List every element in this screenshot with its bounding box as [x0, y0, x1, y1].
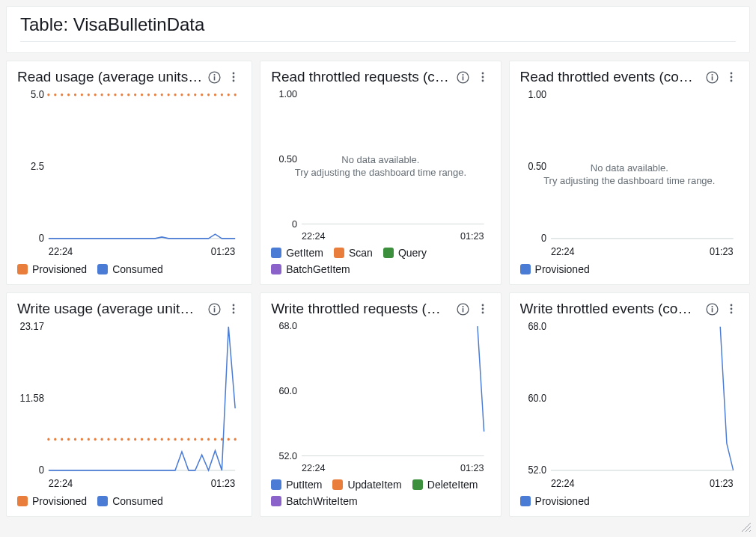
svg-point-78	[54, 438, 56, 441]
svg-text:0: 0	[39, 464, 44, 476]
svg-point-37	[214, 93, 216, 96]
resize-handle-icon[interactable]	[741, 522, 752, 523]
legend-item[interactable]: Consumed	[97, 263, 163, 275]
legend-label: Provisioned	[32, 263, 87, 275]
svg-text:01:23: 01:23	[211, 477, 236, 490]
svg-point-80	[67, 438, 70, 441]
svg-point-21	[107, 93, 109, 96]
svg-point-123	[731, 312, 733, 314]
svg-point-81	[74, 438, 76, 441]
legend-item[interactable]: Provisioned	[17, 495, 87, 507]
info-icon[interactable]	[207, 301, 222, 316]
svg-text:1.00: 1.00	[528, 90, 546, 101]
more-options-button[interactable]	[724, 301, 739, 316]
chart-plot-area[interactable]: 011.5823.1722:2401:23	[17, 322, 241, 491]
svg-rect-43	[463, 76, 464, 80]
svg-point-39	[228, 93, 230, 96]
svg-point-1	[213, 73, 215, 75]
svg-point-14	[61, 93, 63, 96]
chart-plot-area[interactable]: 02.55.022:2401:23	[17, 90, 241, 259]
svg-text:22:24: 22:24	[302, 230, 326, 242]
svg-point-22	[114, 93, 116, 96]
legend-label: UpdateItem	[347, 479, 401, 491]
legend-item[interactable]: GetItem	[271, 247, 323, 259]
svg-text:2.5: 2.5	[31, 160, 44, 173]
more-options-button[interactable]	[475, 301, 490, 316]
svg-text:01:23: 01:23	[710, 478, 734, 490]
svg-point-23	[121, 93, 123, 96]
chart-title: Write usage (average unit…	[17, 301, 202, 317]
legend-item[interactable]: BatchWriteItem	[271, 495, 357, 507]
info-icon[interactable]	[704, 301, 719, 316]
legend-label: PutItem	[286, 479, 322, 491]
svg-point-86	[107, 438, 109, 441]
chart-card-read_usage: Read usage (average units… 02.55.022:240…	[6, 61, 252, 285]
legend-item[interactable]: Provisioned	[520, 263, 590, 275]
svg-point-56	[731, 73, 733, 75]
legend-item[interactable]: Scan	[334, 247, 373, 259]
svg-point-31	[174, 93, 176, 96]
legend-item[interactable]: DeleteItem	[412, 479, 478, 491]
svg-point-110	[481, 308, 484, 310]
svg-point-104	[228, 438, 230, 441]
svg-point-121	[731, 304, 733, 307]
svg-point-34	[194, 93, 196, 96]
legend-item[interactable]: Provisioned	[17, 263, 87, 275]
legend-item[interactable]: UpdateItem	[332, 479, 401, 491]
svg-point-84	[94, 438, 97, 441]
chart-plot-area[interactable]: 52.060.068.022:2401:23	[520, 322, 739, 491]
svg-point-44	[481, 73, 484, 75]
legend-color-swatch	[334, 248, 344, 258]
more-options-button[interactable]	[226, 301, 241, 316]
svg-point-119	[711, 305, 713, 307]
more-options-button[interactable]	[475, 70, 490, 85]
legend-item[interactable]: Query	[383, 247, 427, 259]
svg-point-25	[134, 93, 136, 96]
svg-point-100	[201, 438, 203, 441]
svg-point-28	[154, 93, 156, 96]
card-header: Read throttled requests (c…	[271, 69, 490, 85]
svg-point-17	[81, 93, 83, 96]
svg-point-29	[161, 93, 163, 96]
legend-color-swatch	[17, 496, 28, 506]
chart-card-write_throttled_requests: Write throttled requests (… 52.060.068.0…	[260, 292, 501, 517]
svg-point-46	[481, 80, 484, 82]
legend-label: Provisioned	[535, 495, 590, 507]
svg-text:01:23: 01:23	[460, 462, 484, 473]
chart-plot-area[interactable]: 00.501.0022:2401:23 No data available. T…	[520, 90, 739, 259]
legend-label: GetItem	[286, 247, 323, 259]
legend-item[interactable]: Provisioned	[520, 495, 590, 507]
svg-text:22:24: 22:24	[302, 462, 326, 473]
info-icon[interactable]	[456, 301, 471, 316]
svg-rect-67	[213, 308, 215, 312]
svg-point-5	[233, 80, 235, 82]
more-options-button[interactable]	[724, 70, 739, 85]
more-options-button[interactable]	[226, 70, 241, 85]
svg-text:01:23: 01:23	[460, 230, 484, 242]
legend-color-swatch	[383, 248, 394, 258]
svg-point-13	[54, 93, 56, 96]
info-icon[interactable]	[207, 70, 222, 85]
svg-point-26	[141, 93, 143, 96]
info-icon[interactable]	[704, 70, 719, 85]
info-icon[interactable]	[456, 70, 471, 85]
svg-text:22:24: 22:24	[551, 478, 575, 490]
svg-point-3	[233, 73, 235, 75]
legend-item[interactable]: Consumed	[97, 495, 163, 507]
legend-item[interactable]: BatchGetItem	[271, 263, 350, 275]
chart-card-write_usage: Write usage (average unit… 011.5823.1722…	[6, 292, 252, 517]
chart-title: Read throttled requests (c…	[271, 69, 451, 85]
svg-point-107	[463, 305, 464, 307]
legend-item[interactable]: PutItem	[271, 479, 322, 491]
chart-title: Read throttled events (co…	[520, 69, 700, 85]
chart-card-write_throttled_events: Write throttled events (co… 52.060.068.0…	[509, 292, 750, 517]
svg-point-91	[141, 438, 143, 441]
chart-plot-area[interactable]: 52.060.068.022:2401:23	[271, 322, 490, 474]
legend-color-swatch	[17, 264, 28, 274]
svg-point-33	[187, 93, 189, 96]
svg-text:22:24: 22:24	[49, 477, 73, 490]
svg-point-111	[481, 312, 484, 314]
chart-plot-area[interactable]: 00.501.0022:2401:23 No data available. T…	[271, 90, 490, 242]
legend-label: Query	[398, 247, 427, 259]
chart-title: Write throttled requests (…	[271, 301, 451, 317]
